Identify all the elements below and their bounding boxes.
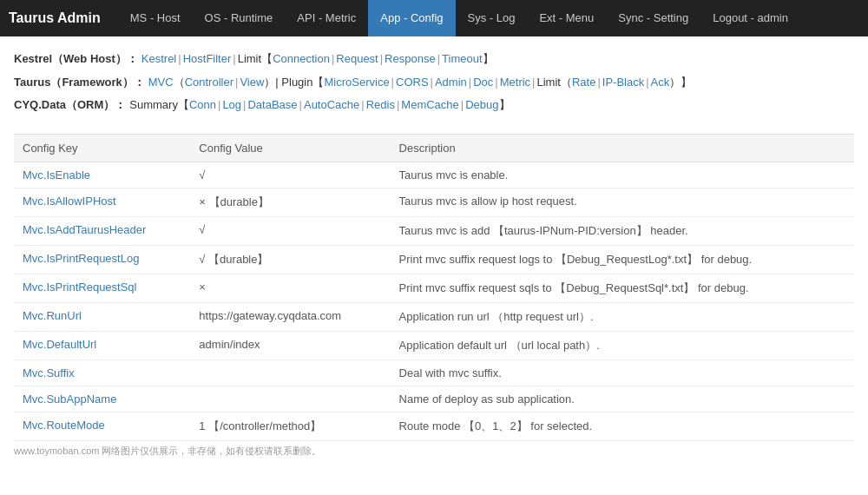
debug-link[interactable]: Debug (465, 95, 498, 116)
row-value (190, 360, 390, 386)
view-link[interactable]: View (240, 72, 264, 94)
conn-link[interactable]: Conn (189, 95, 216, 116)
col-key: Config Key (14, 135, 190, 162)
row-desc: Name of deploy as sub application. (391, 386, 854, 412)
row-key: Mvc.DefaultUrl (14, 332, 190, 360)
nav-item-api---metric[interactable]: API - Metric (285, 0, 368, 36)
row-desc: Taurus mvc is enable. (391, 162, 854, 188)
col-desc: Description (391, 135, 854, 162)
ack-link[interactable]: Ack (651, 72, 670, 94)
row-key: Mvc.IsPrintRequestSql (14, 274, 190, 303)
row-key: Mvc.RouteMode (14, 412, 190, 441)
nav-item-sync---setting[interactable]: Sync - Setting (606, 0, 700, 36)
row-desc: Print mvc suffix request sqls to 【Debug_… (391, 274, 854, 303)
row-value: admin/index (190, 332, 390, 360)
navbar: Taurus Admin MS - HostOS - RuntimeAPI - … (0, 0, 868, 36)
timeout-link[interactable]: Timeout (442, 49, 482, 70)
autocache-link[interactable]: AutoCache (304, 95, 359, 116)
nav-item-os---runtime[interactable]: OS - Runtime (193, 0, 286, 36)
row-key: Mvc.IsAddTaurusHeader (14, 217, 190, 246)
nav-item-logout---admin[interactable]: Logout - admin (700, 0, 800, 36)
config-table-container: Config Key Config Value Description Mvc.… (0, 134, 868, 441)
row-key: Mvc.IsEnable (14, 162, 190, 188)
nav-item-sys---log[interactable]: Sys - Log (456, 0, 528, 36)
hostfilter-link[interactable]: HostFilter (183, 49, 232, 70)
row-value: 1 【/controller/method】 (190, 412, 390, 441)
response-link[interactable]: Response (385, 49, 436, 70)
row-desc: Taurus mvc is add 【taurus-IPNum-PID:vers… (391, 217, 854, 246)
row-key: Mvc.SubAppName (14, 386, 190, 412)
row-value: √ (190, 162, 390, 188)
metric-link[interactable]: Metric (500, 72, 530, 94)
table-row: Mvc.IsPrintRequestLog√ 【durable】Print mv… (14, 246, 854, 274)
row-desc: Print mvc suffix request logs to 【Debug_… (391, 246, 854, 274)
table-header: Config Key Config Value Description (14, 135, 854, 162)
row-value: × 【durable】 (190, 188, 390, 217)
table-body: Mvc.IsEnable√Taurus mvc is enable.Mvc.Is… (14, 162, 854, 441)
mvc-link[interactable]: MVC (148, 72, 174, 94)
row-value: https://gateway.cyqdata.com (190, 303, 390, 332)
watermark: www.toymoban.com 网络图片仅供展示，非存储，如有侵权请联系删除。 (0, 441, 868, 461)
rate-link[interactable]: Rate (572, 72, 595, 94)
table-row: Mvc.DefaultUrladmin/indexApplication def… (14, 332, 854, 360)
request-link[interactable]: Request (336, 49, 378, 70)
taurus-label: Taurus（Framework）： (14, 72, 145, 94)
row-desc: Deal with mvc suffix. (391, 360, 854, 386)
kestrel-link[interactable]: Kestrel (141, 49, 176, 70)
row-desc: Application run url （http request url）. (391, 303, 854, 332)
nav-item-ext---menu[interactable]: Ext - Menu (527, 0, 606, 36)
cors-link[interactable]: CORS (396, 72, 429, 94)
nav-item-ms---host[interactable]: MS - Host (118, 0, 193, 36)
taurus-row: Taurus（Framework）： MVC（ Controller | Vie… (14, 72, 854, 94)
config-table: Config Key Config Value Description Mvc.… (14, 134, 854, 441)
row-value (190, 386, 390, 412)
limit-text: Limit【 (238, 49, 273, 70)
controller-link[interactable]: Controller (185, 72, 233, 94)
microservice-link[interactable]: MicroService (324, 72, 389, 94)
table-row: Mvc.IsAllowIPHost× 【durable】Taurus mvc i… (14, 188, 854, 217)
table-row: Mvc.RouteMode1 【/controller/method】Route… (14, 412, 854, 441)
admin-link[interactable]: Admin (435, 72, 467, 94)
table-row: Mvc.IsPrintRequestSql×Print mvc suffix r… (14, 274, 854, 303)
row-key: Mvc.IsAllowIPHost (14, 188, 190, 217)
row-value: × (190, 274, 390, 303)
row-value: √ (190, 217, 390, 246)
nav-menu: MS - HostOS - RuntimeAPI - MetricApp - C… (118, 0, 800, 36)
table-row: Mvc.SuffixDeal with mvc suffix. (14, 360, 854, 386)
kestrel-label: Kestrel（Web Host）： (14, 49, 138, 70)
redis-link[interactable]: Redis (366, 95, 395, 116)
connection-link[interactable]: Connection (273, 49, 330, 70)
nav-item-app---config[interactable]: App - Config (368, 0, 455, 36)
table-row: Mvc.IsAddTaurusHeader√Taurus mvc is add … (14, 217, 854, 246)
table-row: Mvc.RunUrlhttps://gateway.cyqdata.comApp… (14, 303, 854, 332)
database-link[interactable]: DataBase (247, 95, 297, 116)
ipblack-link[interactable]: IP-Black (602, 72, 644, 94)
table-row: Mvc.SubAppNameName of deploy as sub appl… (14, 386, 854, 412)
row-key: Mvc.Suffix (14, 360, 190, 386)
doc-link[interactable]: Doc (473, 72, 493, 94)
memcache-link[interactable]: MemCache (401, 95, 458, 116)
cyq-row: CYQ.Data（ORM）： Summary【 Conn | Log | Dat… (14, 95, 854, 116)
row-key: Mvc.RunUrl (14, 303, 190, 332)
log-link[interactable]: Log (222, 95, 241, 116)
brand: Taurus Admin (9, 10, 101, 26)
links-area: Kestrel（Web Host）： Kestrel | HostFilter … (0, 36, 868, 125)
kestrel-row: Kestrel（Web Host）： Kestrel | HostFilter … (14, 49, 854, 70)
row-value: √ 【durable】 (190, 246, 390, 274)
table-row: Mvc.IsEnable√Taurus mvc is enable. (14, 162, 854, 188)
col-value: Config Value (190, 135, 390, 162)
row-desc: Application default url （url local path）… (391, 332, 854, 360)
cyq-label: CYQ.Data（ORM）： (14, 95, 126, 116)
header-row: Config Key Config Value Description (14, 135, 854, 162)
row-desc: Taurus mvc is allow ip host request. (391, 188, 854, 217)
row-key: Mvc.IsPrintRequestLog (14, 246, 190, 274)
row-desc: Route mode 【0、1、2】 for selected. (391, 412, 854, 441)
